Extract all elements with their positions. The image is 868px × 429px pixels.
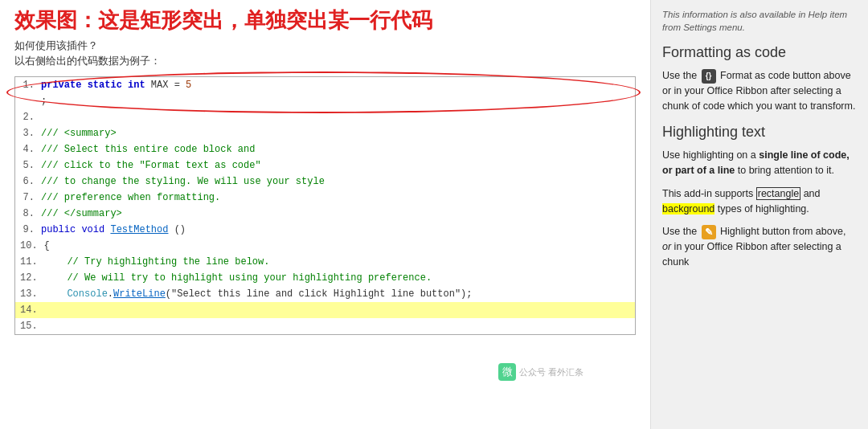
code-line-12: 12. // We will try to highlight using yo…	[15, 270, 635, 286]
code-line-3: 3. /// <summary>	[15, 125, 635, 141]
code-line-13: 13. Console.WriteLine("Select this line …	[15, 286, 635, 302]
code-line-10: 10. {	[15, 238, 635, 254]
code-line-9: 9. public void TestMethod ()	[15, 222, 635, 238]
wechat-icon: 微	[498, 363, 516, 381]
top-note: This information is also available in He…	[662, 8, 857, 34]
code-line-6: 6. /// to change the styling. We will us…	[15, 174, 635, 190]
page-title: 效果图：这是矩形突出，单独突出某一行代码	[14, 8, 636, 33]
section2-title: Highlighting text	[662, 121, 857, 143]
code-line-semi: ;	[15, 93, 635, 109]
code-block: 1. private static int MAX = 5 ; 2.	[14, 76, 636, 335]
right-panel: This information is also available in He…	[651, 0, 868, 429]
code-line-8: 8. /// </summary>	[15, 206, 635, 222]
section1-body: Use the {} {} Format as code button abov…	[662, 68, 857, 113]
watermark: 微 公众号 看外汇条	[498, 363, 583, 381]
code-line-11: 11. // Try highlighting the line below.	[15, 254, 635, 270]
code-line-5: 5. /// click to the "Format text as code…	[15, 157, 635, 174]
background-label: background	[662, 203, 714, 214]
section2-body3: Use the ✎ Highlight button from above, o…	[662, 224, 857, 269]
code-line-7: 7. /// preference when formatting.	[15, 190, 635, 206]
section1-title: Formatting as code	[662, 42, 857, 63]
code-line-14: 14.	[15, 302, 635, 318]
subtitle1: 如何使用该插件？	[14, 39, 636, 53]
code-line-15: 15.	[15, 318, 635, 334]
section2-body1: Use highlighting on a single line of cod…	[662, 148, 857, 178]
code-line-2: 2.	[15, 109, 635, 125]
rectangle-label: rectangle	[756, 187, 800, 200]
code-line-4: 4. /// Select this entire code block and	[15, 141, 635, 157]
highlight-icon: ✎	[702, 225, 716, 239]
code-line-1: 1. private static int MAX = 5	[15, 77, 635, 93]
section2-body2: This add-in supports rectangle and backg…	[662, 186, 857, 217]
subtitle2: 以右侧给出的代码数据为例子：	[14, 55, 636, 68]
format-code-icon: {}	[702, 69, 716, 84]
left-panel: 效果图：这是矩形突出，单独突出某一行代码 如何使用该插件？ 以右侧给出的代码数据…	[0, 0, 651, 429]
